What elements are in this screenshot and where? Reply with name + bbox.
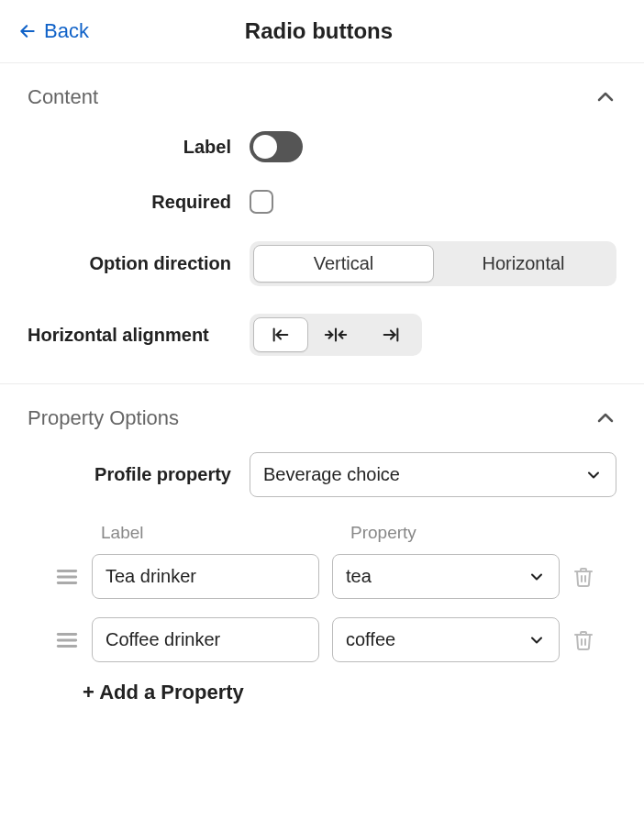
chevron-up-icon (594, 407, 616, 429)
option-label-input[interactable]: Coffee drinker (92, 617, 319, 662)
option-direction-label: Option direction (28, 253, 250, 274)
profile-property-value: Beverage choice (263, 464, 400, 485)
align-left-icon (271, 326, 291, 344)
option-label-input[interactable]: Tea drinker (92, 554, 319, 599)
property-options-title: Property Options (28, 406, 179, 430)
chevron-up-icon (594, 86, 616, 108)
option-row: Tea drinker tea (28, 554, 616, 599)
option-row: Coffee drinker coffee (28, 617, 616, 662)
property-options-header[interactable]: Property Options (28, 406, 616, 430)
col-header-label: Label (101, 523, 328, 543)
chevron-down-icon (527, 568, 546, 586)
drag-handle-icon[interactable] (55, 630, 79, 650)
required-row: Required (28, 190, 616, 214)
trash-icon[interactable] (572, 566, 594, 588)
page-title: Radio buttons (16, 18, 622, 44)
direction-horizontal[interactable]: Horizontal (434, 245, 613, 283)
profile-property-label: Profile property (28, 464, 250, 485)
drag-handle-icon[interactable] (55, 567, 79, 587)
option-property-value: tea (346, 566, 372, 587)
label-row-label: Label (28, 137, 250, 158)
content-section: Content Label Required Option direction … (0, 63, 644, 384)
align-right[interactable] (363, 317, 418, 352)
option-label-value: Coffee drinker (105, 629, 220, 650)
option-direction-row: Option direction Vertical Horizontal (28, 241, 616, 286)
direction-vertical[interactable]: Vertical (253, 245, 434, 283)
align-right-icon (381, 326, 401, 344)
option-label-value: Tea drinker (105, 566, 196, 587)
trash-icon[interactable] (572, 629, 594, 651)
profile-property-row: Profile property Beverage choice (28, 452, 616, 497)
option-property-select[interactable]: tea (332, 554, 560, 599)
col-header-property: Property (350, 523, 616, 543)
label-row: Label (28, 131, 616, 162)
header: Back Radio buttons (0, 0, 644, 63)
option-column-headers: Label Property (28, 523, 616, 543)
profile-property-select[interactable]: Beverage choice (250, 452, 616, 497)
horizontal-alignment-row: Horizontal alignment (28, 314, 616, 356)
add-property-button[interactable]: + Add a Property (28, 681, 616, 704)
alignment-segmented (250, 314, 422, 356)
option-property-select[interactable]: coffee (332, 617, 560, 662)
option-property-value: coffee (346, 629, 395, 650)
property-options-section: Property Options Profile property Bevera… (0, 384, 644, 723)
horizontal-alignment-label: Horizontal alignment (28, 323, 250, 347)
toggle-knob (253, 135, 277, 159)
content-section-title: Content (28, 85, 98, 109)
required-row-label: Required (28, 192, 250, 213)
chevron-down-icon (527, 631, 546, 649)
align-center-icon (324, 326, 348, 344)
direction-segmented: Vertical Horizontal (250, 241, 616, 286)
content-section-header[interactable]: Content (28, 85, 616, 109)
chevron-down-icon (584, 466, 603, 484)
align-left[interactable] (253, 317, 308, 352)
label-toggle[interactable] (250, 131, 303, 162)
align-center[interactable] (308, 317, 363, 352)
required-checkbox[interactable] (250, 190, 273, 214)
